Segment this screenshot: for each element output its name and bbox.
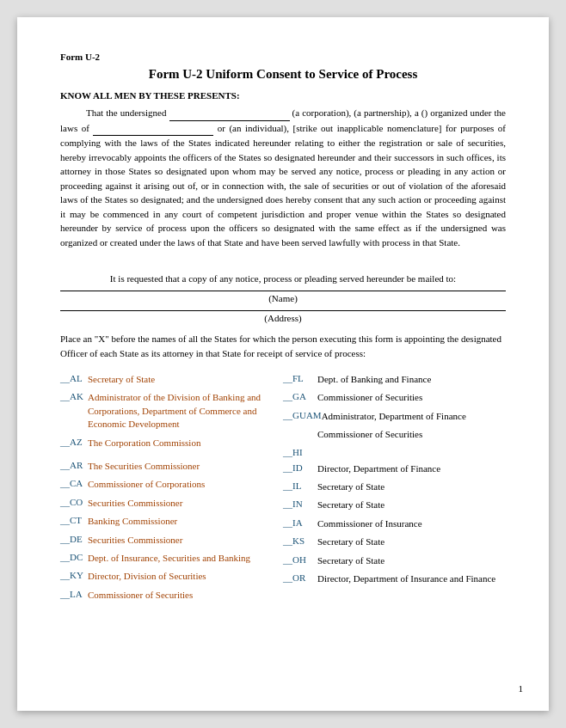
state-desc-ia: Commissioner of Insurance bbox=[317, 517, 506, 530]
state-code-in: __IN bbox=[283, 499, 317, 509]
state-code-ky: __KY bbox=[60, 570, 88, 580]
undersigned-field[interactable] bbox=[169, 106, 290, 121]
state-desc-la: Commissioner of Securities bbox=[88, 589, 283, 602]
states-grid: __AL Secretary of State __AK Administrat… bbox=[60, 370, 506, 604]
state-code-de: __DE bbox=[60, 534, 88, 544]
state-code-ia: __IA bbox=[283, 517, 317, 528]
state-ct: __CT Banking Commissioner bbox=[60, 512, 283, 530]
state-az: __AZ The Corporation Commission bbox=[60, 434, 283, 452]
instructions-text: Place an "X" before the names of all the… bbox=[60, 332, 506, 360]
state-la: __LA Commissioner of Securities bbox=[60, 586, 283, 604]
state-ar: __AR The Securities Commissioner bbox=[60, 457, 283, 475]
notice-section: It is requested that a copy of any notic… bbox=[60, 273, 506, 284]
state-code-az: __AZ bbox=[60, 437, 88, 447]
state-al: __AL Secretary of State bbox=[60, 370, 283, 388]
form-title: Form U-2 Uniform Consent to Service of P… bbox=[60, 67, 506, 82]
state-desc-or: Director, Department of Insurance and Fi… bbox=[317, 572, 506, 585]
state-ca: __CA Commissioner of Corporations bbox=[60, 475, 283, 493]
state-code-al: __AL bbox=[60, 373, 88, 383]
state-desc-ks: Secretary of State bbox=[317, 535, 506, 548]
state-fl: __FL Dept. of Banking and Finance bbox=[283, 370, 506, 388]
state-desc-ar: The Securities Commissioner bbox=[88, 460, 283, 473]
state-desc-ga: Commissioner of Securities bbox=[317, 391, 506, 404]
state-desc-az: The Corporation Commission bbox=[88, 437, 283, 450]
laws-of-field[interactable] bbox=[93, 121, 213, 137]
state-desc-fl: Dept. of Banking and Finance bbox=[317, 373, 506, 386]
page-container: Form U-2 Form U-2 Uniform Consent to Ser… bbox=[17, 17, 549, 711]
state-desc-de: Securities Commissioner bbox=[88, 534, 283, 547]
state-il: __IL Secretary of State bbox=[283, 478, 506, 496]
state-code-dc: __DC bbox=[60, 552, 88, 562]
state-de: __DE Securities Commissioner bbox=[60, 531, 283, 549]
state-desc-oh: Secretary of State bbox=[317, 554, 506, 567]
state-ky: __KY Director, Division of Securities bbox=[60, 567, 283, 585]
state-code-co: __CO bbox=[60, 497, 88, 507]
state-desc-id: Director, Department of Finance bbox=[317, 462, 506, 475]
state-desc-guam-extra: Commissioner of Securities bbox=[317, 428, 506, 441]
state-desc-ky: Director, Division of Securities bbox=[88, 570, 283, 583]
state-desc-dc: Dept. of Insurance, Securities and Banki… bbox=[88, 552, 283, 565]
state-desc-al: Secretary of State bbox=[88, 373, 283, 386]
state-desc-co: Securities Commissioner bbox=[88, 497, 283, 510]
state-code-ct: __CT bbox=[60, 515, 88, 525]
col-right: __FL Dept. of Banking and Finance __GA C… bbox=[283, 370, 506, 604]
state-code-il: __IL bbox=[283, 480, 317, 491]
col-left: __AL Secretary of State __AK Administrat… bbox=[60, 370, 283, 604]
state-dc: __DC Dept. of Insurance, Securities and … bbox=[60, 549, 283, 567]
body-paragraph: That the undersigned (a corporation), (a… bbox=[60, 106, 506, 249]
name-line bbox=[60, 291, 506, 291]
state-id: __ID Director, Department of Finance bbox=[283, 460, 506, 478]
state-code-la: __LA bbox=[60, 589, 88, 599]
state-desc-ak: Administrator of the Division of Banking… bbox=[88, 391, 283, 431]
state-code-ga: __GA bbox=[283, 391, 317, 401]
state-desc-il: Secretary of State bbox=[317, 480, 506, 493]
name-label: (Name) bbox=[60, 293, 506, 303]
state-code-ak: __AK bbox=[60, 391, 88, 401]
address-line bbox=[60, 310, 506, 311]
state-code-ar: __AR bbox=[60, 460, 88, 470]
state-desc-guam: Administrator, Department of Finance bbox=[322, 410, 506, 423]
state-oh: __OH Secretary of State bbox=[283, 552, 506, 570]
state-ia: __IA Commissioner of Insurance bbox=[283, 515, 506, 533]
state-code-fl: __FL bbox=[283, 373, 317, 383]
state-or: __OR Director, Department of Insurance a… bbox=[283, 570, 506, 588]
state-code-oh: __OH bbox=[283, 554, 317, 565]
state-desc-ct: Banking Commissioner bbox=[88, 515, 283, 528]
state-code-ks: __KS bbox=[283, 535, 317, 546]
state-co: __CO Securities Commissioner bbox=[60, 494, 283, 512]
state-guam-extra: Commissioner of Securities bbox=[283, 425, 506, 444]
state-ak: __AK Administrator of the Division of Ba… bbox=[60, 388, 283, 433]
state-ga: __GA Commissioner of Securities bbox=[283, 388, 506, 407]
state-code-hi: __HI bbox=[283, 447, 317, 457]
state-in: __IN Secretary of State bbox=[283, 496, 506, 514]
state-ks: __KS Secretary of State bbox=[283, 533, 506, 551]
state-code-guam: __GUAM bbox=[283, 410, 322, 420]
state-hi: __HI bbox=[283, 444, 506, 460]
state-desc-in: Secretary of State bbox=[317, 499, 506, 511]
page-number: 1 bbox=[519, 683, 524, 694]
state-guam: __GUAM Administrator, Department of Fina… bbox=[283, 407, 506, 425]
state-code-or: __OR bbox=[283, 572, 317, 583]
form-label: Form U-2 bbox=[60, 52, 506, 62]
address-label: (Address) bbox=[60, 313, 506, 323]
state-desc-ca: Commissioner of Corporations bbox=[88, 478, 283, 491]
notice-text: It is requested that a copy of any notic… bbox=[60, 273, 506, 284]
know-all-heading: KNOW ALL MEN BY THESE PRESENTS: bbox=[60, 90, 506, 101]
state-code-id: __ID bbox=[283, 462, 317, 473]
state-code-ca: __CA bbox=[60, 478, 88, 488]
